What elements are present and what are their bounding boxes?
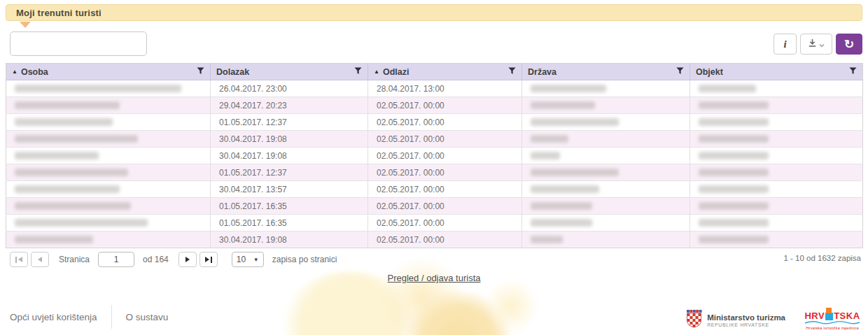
- cell-osoba[interactable]: [6, 164, 211, 181]
- cell-odlazi: 02.05.2017. 00:00: [368, 148, 522, 164]
- cell-objekt[interactable]: [690, 148, 863, 164]
- page-size-select[interactable]: 10 ▼: [232, 252, 264, 267]
- cell-drzava[interactable]: [522, 164, 690, 181]
- cell-drzava[interactable]: [522, 80, 690, 97]
- table-row[interactable]: 30.04.2017. 19:0802.05.2017. 00:00: [6, 148, 863, 164]
- cell-drzava[interactable]: [522, 114, 690, 131]
- cell-dolazak: 29.04.2017. 20:23: [211, 97, 368, 114]
- chevron-down-icon: [819, 39, 825, 50]
- cell-objekt[interactable]: [690, 114, 863, 131]
- about-link[interactable]: O sustavu: [126, 312, 169, 322]
- cell-drzava[interactable]: [522, 97, 690, 114]
- page: Moji trenutni turisti i ↻ ▲OsobaDolazak▲…: [0, 0, 868, 335]
- cell-odlazi: 02.05.2017. 00:00: [368, 215, 522, 231]
- total-pages-label: od 164: [143, 255, 169, 264]
- column-header-odlazi[interactable]: ▲Odlazi: [368, 64, 522, 80]
- cell-objekt[interactable]: [690, 164, 863, 181]
- next-page-button[interactable]: [178, 252, 197, 267]
- cell-osoba[interactable]: [6, 198, 211, 215]
- redacted-text: [699, 236, 769, 243]
- cell-objekt[interactable]: [690, 181, 863, 198]
- column-header-dolazak[interactable]: Dolazak: [211, 64, 368, 80]
- table-row[interactable]: 30.04.2017. 19:0802.05.2017. 00:00: [6, 231, 863, 248]
- sort-asc-icon: ▲: [374, 69, 379, 75]
- column-header-objekt[interactable]: Objekt: [690, 64, 863, 80]
- cell-objekt[interactable]: [690, 97, 863, 114]
- ministry-name: Ministarstvo turizma: [707, 313, 785, 322]
- cell-objekt[interactable]: [690, 215, 863, 231]
- first-page-button[interactable]: [10, 252, 28, 267]
- redacted-text: [15, 118, 113, 126]
- cell-osoba[interactable]: [6, 215, 211, 231]
- htz-text-part1: HRV: [804, 311, 825, 320]
- cell-osoba[interactable]: [6, 131, 211, 148]
- export-download-button[interactable]: [800, 34, 832, 55]
- redacted-text: [15, 135, 138, 143]
- column-label-odlazi: Odlazi: [383, 67, 410, 77]
- filter-icon[interactable]: [508, 67, 516, 77]
- sort-asc-icon: ▲: [12, 69, 18, 75]
- htz-square-icon: [825, 313, 833, 320]
- cell-osoba[interactable]: [6, 148, 211, 164]
- cell-objekt[interactable]: [690, 131, 863, 148]
- cell-dolazak: 30.04.2017. 13:57: [211, 181, 368, 198]
- table-row[interactable]: 01.05.2017. 16:3502.05.2017. 00:00: [6, 198, 863, 215]
- table-row[interactable]: 29.04.2017. 20:2302.05.2017. 00:00: [6, 97, 863, 114]
- table-row[interactable]: 01.05.2017. 16:3502.05.2017. 00:00: [6, 215, 863, 231]
- cell-osoba[interactable]: [6, 114, 211, 131]
- table-row[interactable]: 30.04.2017. 13:5702.05.2017. 00:00: [6, 181, 863, 198]
- redacted-text: [531, 85, 606, 92]
- cell-odlazi: 02.05.2017. 00:00: [368, 231, 522, 248]
- refresh-button[interactable]: ↻: [836, 34, 862, 55]
- tab-pointer: [20, 22, 31, 28]
- cell-dolazak: 30.04.2017. 19:08: [211, 131, 368, 148]
- cell-odlazi: 02.05.2017. 00:00: [368, 97, 522, 114]
- cell-osoba[interactable]: [6, 97, 211, 114]
- last-page-button[interactable]: [200, 252, 218, 267]
- decorative-blob: [483, 278, 539, 334]
- filter-icon[interactable]: [197, 67, 204, 77]
- search-input[interactable]: [10, 31, 147, 56]
- cell-objekt[interactable]: [690, 231, 863, 248]
- redacted-text: [531, 185, 599, 193]
- cell-drzava[interactable]: [522, 198, 690, 215]
- cell-drzava[interactable]: [522, 131, 690, 148]
- download-icon: [808, 38, 817, 50]
- terms-link[interactable]: Opći uvjeti korištenja: [10, 312, 97, 322]
- cell-drzava[interactable]: [522, 148, 690, 164]
- cell-osoba[interactable]: [6, 181, 211, 198]
- cell-dolazak: 01.05.2017. 16:35: [211, 215, 368, 231]
- cell-drzava[interactable]: [522, 231, 690, 248]
- table-row[interactable]: 26.04.2017. 23:0028.04.2017. 13:00: [6, 80, 863, 97]
- info-button[interactable]: i: [774, 34, 797, 55]
- prev-page-button[interactable]: [31, 252, 49, 267]
- pregled-odjava-link[interactable]: Pregled / odjava turista: [388, 273, 481, 283]
- cell-objekt[interactable]: [690, 80, 863, 97]
- table-row[interactable]: 01.05.2017. 12:3702.05.2017. 00:00: [6, 114, 863, 131]
- cell-objekt[interactable]: [690, 198, 863, 215]
- htz-wave-icon: [804, 320, 860, 325]
- redacted-text: [15, 185, 120, 193]
- htz-text-part2: TSKA: [834, 311, 860, 320]
- redacted-text: [15, 219, 148, 227]
- cell-drzava[interactable]: [522, 215, 690, 231]
- redacted-text: [15, 101, 120, 109]
- column-header-osoba[interactable]: ▲Osoba: [6, 64, 211, 80]
- redacted-text: [15, 236, 93, 243]
- pagination-bar: Stranica od 164 10 ▼ zapisa po stranici: [10, 251, 337, 268]
- table-row[interactable]: 30.04.2017. 19:0802.05.2017. 00:00: [6, 131, 863, 148]
- filter-icon[interactable]: [849, 67, 857, 77]
- page-number-input[interactable]: [98, 252, 134, 267]
- filter-icon[interactable]: [676, 67, 684, 77]
- decorative-blob: [406, 290, 511, 335]
- cell-osoba[interactable]: [6, 231, 211, 248]
- htz-tagline: Hrvatska turistička zajednica: [806, 326, 859, 330]
- cell-osoba[interactable]: [6, 80, 211, 97]
- cell-drzava[interactable]: [522, 181, 690, 198]
- column-header-drzava[interactable]: Država: [522, 64, 690, 80]
- filter-icon[interactable]: [354, 67, 362, 77]
- table-row[interactable]: 01.05.2017. 12:3702.05.2017. 00:00: [6, 164, 863, 181]
- redacted-text: [531, 202, 592, 210]
- select-caret-icon: ▼: [253, 257, 259, 263]
- cell-dolazak: 01.05.2017. 12:37: [211, 164, 368, 181]
